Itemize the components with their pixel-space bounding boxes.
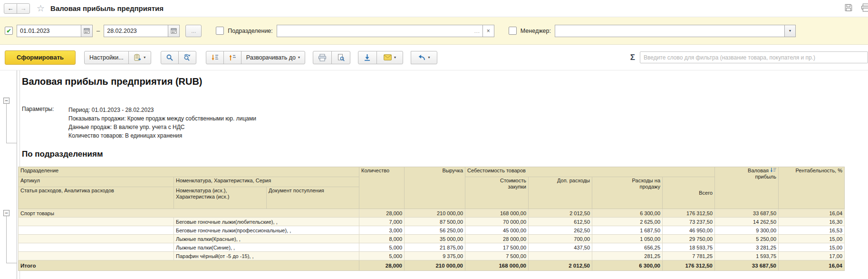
cell-revenue[interactable]: 56 250,00 [405, 226, 465, 235]
settings-button[interactable]: Настройки... [84, 51, 129, 64]
cell-sales-expenses[interactable]: 1 050,00 [592, 235, 663, 243]
cell-margin[interactable]: 16,30 [779, 218, 845, 226]
forward-button[interactable]: → [17, 3, 30, 14]
cell-nomenclature[interactable]: Парафин чёрный(от -5 до -15), , [174, 252, 359, 260]
cell-add-expenses[interactable]: 2 012,50 [529, 209, 592, 218]
cell-nomenclature[interactable]: Лыжные палки(Красные), , [174, 235, 359, 243]
cell-total-label[interactable]: Итого [19, 260, 359, 271]
cell-gross-profit[interactable]: 33 687,50 [715, 209, 779, 218]
related-reports-button[interactable]: ▾ [411, 51, 437, 64]
cell-nomenclature[interactable]: Беговые гоночные лыжи(любительские), , [174, 218, 359, 226]
save-file-button[interactable] [358, 51, 377, 64]
cell-gross-profit[interactable]: 1 593,75 [715, 252, 779, 260]
cell-total[interactable]: 176 312,50 [663, 209, 715, 218]
cell-add-expenses[interactable]: 2 012,50 [529, 260, 592, 271]
report-variants-button[interactable]: ▾ [128, 51, 151, 64]
cell-gross-profit[interactable]: 33 687,50 [715, 260, 779, 271]
cell-quantity[interactable]: 3,000 [359, 226, 405, 235]
cell-gross-profit[interactable]: 3 281,25 [715, 243, 779, 252]
report-collapse-button[interactable]: − [3, 98, 10, 104]
cell-gross-profit[interactable]: 9 300,00 [715, 226, 779, 235]
search-settings-button[interactable] [178, 51, 196, 64]
cell-nomenclature[interactable]: Беговые гоночные лыжи(профессиональные),… [174, 226, 359, 235]
cell-margin[interactable]: 15,00 [779, 235, 845, 243]
cell-purchase-cost[interactable]: 17 500,00 [465, 243, 529, 252]
cell-quantity[interactable]: 7,000 [359, 218, 405, 226]
cell-add-expenses[interactable]: 262,50 [529, 226, 592, 235]
generate-button[interactable]: Сформировать [5, 50, 76, 65]
cell-nomenclature[interactable]: Лыжные палки(Синие), , [174, 243, 359, 252]
cell-sales-expenses[interactable]: 6 300,00 [592, 260, 663, 271]
period-to-input[interactable] [104, 25, 168, 37]
cell-add-expenses[interactable] [529, 252, 592, 260]
cell-purchase-cost[interactable]: 7 500,00 [465, 252, 529, 260]
table-row: Парафин чёрный(от -5 до -15), , 5,000 9 … [19, 252, 845, 260]
cell-total[interactable]: 73 237,50 [663, 218, 715, 226]
send-email-button[interactable]: ▾ [376, 51, 403, 64]
cell-sales-expenses[interactable]: 6 300,00 [592, 209, 663, 218]
cell-margin[interactable]: 16,53 [779, 226, 845, 235]
cell-quantity[interactable]: 5,000 [359, 243, 405, 252]
cell-revenue[interactable]: 9 375,00 [405, 252, 465, 260]
cell-total[interactable]: 46 950,00 [663, 226, 715, 235]
manager-checkbox[interactable] [509, 27, 517, 35]
cell-margin[interactable]: 15,00 [779, 243, 845, 252]
cell-add-expenses[interactable]: 437,50 [529, 243, 592, 252]
cell-quantity[interactable]: 5,000 [359, 252, 405, 260]
cell-purchase-cost[interactable]: 168 000,00 [465, 209, 529, 218]
calendar-button-to[interactable] [168, 25, 179, 37]
cell-quantity[interactable]: 28,000 [359, 209, 405, 218]
envelope-icon [384, 54, 392, 60]
manager-input[interactable] [555, 25, 784, 37]
period-checkbox[interactable]: ✔ [5, 27, 13, 35]
cell-margin[interactable]: 16,04 [779, 209, 845, 218]
division-collapse-button[interactable]: − [3, 210, 10, 216]
cell-sales-expenses[interactable]: 1 687,50 [592, 226, 663, 235]
cell-sales-expenses[interactable]: 2 625,00 [592, 218, 663, 226]
period-from-input[interactable] [17, 25, 81, 37]
cell-revenue[interactable]: 210 000,00 [405, 209, 465, 218]
col-header-gross-profit[interactable]: Валовая прибыль [715, 167, 779, 209]
print-button[interactable] [313, 51, 332, 64]
print-button-top[interactable] [860, 3, 868, 14]
cell-total[interactable]: 18 593,75 [663, 243, 715, 252]
cell-revenue[interactable]: 210 000,00 [405, 260, 465, 271]
back-button[interactable]: ← [4, 3, 17, 14]
cell-add-expenses[interactable]: 700,00 [529, 235, 592, 243]
cell-revenue[interactable]: 35 000,00 [405, 235, 465, 243]
cell-purchase-cost[interactable]: 70 000,00 [465, 218, 529, 226]
cell-quantity[interactable]: 8,000 [359, 235, 405, 243]
cell-total[interactable]: 29 750,00 [663, 235, 715, 243]
cell-add-expenses[interactable]: 612,50 [529, 218, 592, 226]
cell-purchase-cost[interactable]: 168 000,00 [465, 260, 529, 271]
save-button[interactable] [844, 3, 853, 14]
quick-filter-input[interactable] [640, 51, 868, 63]
collapse-groups-button[interactable] [223, 51, 241, 64]
cell-margin[interactable]: 17,00 [779, 252, 845, 260]
search-button[interactable] [161, 51, 179, 64]
calendar-button-from[interactable] [81, 25, 92, 37]
cell-margin[interactable]: 16,04 [779, 260, 845, 271]
cell-sales-expenses[interactable]: 656,25 [592, 243, 663, 252]
period-options-button[interactable]: ... [185, 25, 202, 37]
cell-total[interactable]: 7 781,25 [663, 252, 715, 260]
expand-groups-button[interactable] [206, 51, 224, 64]
cell-quantity[interactable]: 28,000 [359, 260, 405, 271]
cell-total[interactable]: 176 312,50 [663, 260, 715, 271]
cell-gross-profit[interactable]: 14 262,50 [715, 218, 779, 226]
cell-revenue[interactable]: 87 500,00 [405, 218, 465, 226]
cell-purchase-cost[interactable]: 28 000,00 [465, 235, 529, 243]
division-checkbox[interactable] [216, 27, 224, 35]
cell-revenue[interactable]: 21 875,00 [405, 243, 465, 252]
manager-dropdown-button[interactable]: ▾ [784, 25, 795, 37]
cell-gross-profit[interactable]: 5 250,00 [715, 235, 779, 243]
cell-purchase-cost[interactable]: 45 000,00 [465, 226, 529, 235]
division-input[interactable] [277, 25, 472, 37]
division-clear-button[interactable]: × [482, 25, 494, 37]
expand-to-button[interactable]: Разворачивать до ▾ [241, 51, 305, 64]
cell-sales-expenses[interactable]: 281,25 [592, 252, 663, 260]
cell-division[interactable]: Спорт товары [19, 209, 359, 218]
favorite-star-icon[interactable]: ☆ [37, 3, 45, 14]
print-preview-button[interactable] [331, 51, 350, 64]
division-choose-button[interactable]: ... [472, 25, 482, 37]
